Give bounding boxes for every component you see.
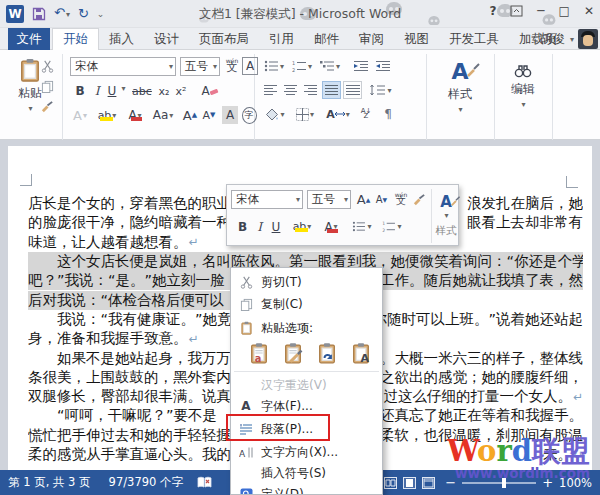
mini-format-painter-icon[interactable] xyxy=(411,190,428,209)
tab-file[interactable]: 文件 xyxy=(8,28,50,50)
mini-bold-icon[interactable]: B xyxy=(235,217,250,236)
align-left-icon[interactable] xyxy=(262,82,280,98)
editing-button[interactable]: 编辑 ▾ xyxy=(500,60,546,112)
mini-phonetic-icon[interactable]: wén文 xyxy=(392,188,410,210)
bold-icon[interactable]: B xyxy=(72,82,88,100)
strikethrough-icon[interactable]: abc xyxy=(130,82,154,100)
sort-icon[interactable]: A↓Z xyxy=(356,106,376,122)
character-shading-icon[interactable]: A xyxy=(222,106,238,124)
mini-styles-button[interactable]: A ▾ xyxy=(433,189,459,223)
grow-font-icon[interactable]: A▲ xyxy=(181,106,199,124)
user-menu-chevron-icon[interactable]: ▾ xyxy=(570,35,574,44)
justify-icon[interactable] xyxy=(322,81,341,99)
tab-insert[interactable]: 插入 xyxy=(99,28,144,50)
align-right-icon[interactable] xyxy=(302,82,320,98)
svg-text:1: 1 xyxy=(383,221,386,226)
paste-icon xyxy=(231,321,261,335)
svg-text:2: 2 xyxy=(383,228,386,232)
line-spacing-icon[interactable]: ▾ xyxy=(368,82,394,98)
styles-button[interactable]: A 样式 ▾ xyxy=(434,60,486,112)
menu-item-copy[interactable]: 复制(C) xyxy=(231,293,382,315)
text-direction-icon: A xyxy=(231,446,261,459)
cut-icon[interactable] xyxy=(38,58,56,74)
paste-keep-source-icon[interactable]: a xyxy=(245,339,273,367)
enclose-characters-icon[interactable]: 字 xyxy=(240,106,258,124)
shrink-font-icon[interactable]: A▼ xyxy=(200,106,218,124)
phonetic-guide-icon[interactable]: wén 文 xyxy=(224,55,240,77)
menu-item-insert-symbol[interactable]: 插入符号(S) xyxy=(231,463,382,483)
multilevel-list-icon[interactable]: ▾ xyxy=(318,58,342,74)
show-marks-icon[interactable]: ¶ xyxy=(380,106,396,122)
context-menu: 剪切(T) 复制(C) 粘贴选项: a A 汉字重选(V) A 字体(F)...… xyxy=(230,267,383,495)
read-mode-icon[interactable] xyxy=(384,477,397,489)
font-name-combo[interactable]: 宋体▾ xyxy=(70,57,176,76)
copy-icon[interactable] xyxy=(38,78,56,94)
mini-italic-icon[interactable]: I xyxy=(253,217,266,236)
tab-view[interactable]: 视图 xyxy=(394,28,439,50)
tab-page-layout[interactable]: 页面布局 xyxy=(189,28,259,50)
change-case-icon[interactable]: Aa▾ xyxy=(149,106,177,124)
ribbon-display-options-icon[interactable] xyxy=(510,5,523,17)
tab-home[interactable]: 开始 xyxy=(52,28,99,50)
italic-icon[interactable]: I xyxy=(90,82,104,100)
underline-icon[interactable]: U xyxy=(105,82,119,100)
decrease-indent-icon[interactable] xyxy=(352,58,370,74)
web-layout-icon[interactable] xyxy=(422,477,435,489)
svg-text:A: A xyxy=(239,449,246,459)
tab-developer[interactable]: 开发工具 xyxy=(439,28,509,50)
print-layout-icon[interactable] xyxy=(403,477,416,489)
mini-underline-icon[interactable]: U xyxy=(269,217,283,236)
mini-grow-font-icon[interactable]: A▲ xyxy=(355,190,372,209)
tab-review[interactable]: 审阅 xyxy=(349,28,394,50)
character-border-icon[interactable]: A xyxy=(242,57,258,75)
distribute-icon[interactable] xyxy=(343,81,362,99)
bullets-icon[interactable]: ▾ xyxy=(262,58,286,74)
mini-styles-brush-icon xyxy=(451,196,461,206)
svg-text:2: 2 xyxy=(292,67,295,73)
close-icon[interactable]: ✕ xyxy=(584,4,594,18)
tab-mailings[interactable]: 邮件 xyxy=(304,28,349,50)
word-count[interactable]: 97/3790 个字 xyxy=(109,475,183,490)
increase-indent-icon[interactable] xyxy=(374,58,392,74)
mini-numbering-icon[interactable]: 12▾ xyxy=(379,217,405,236)
tab-design[interactable]: 设计 xyxy=(144,28,189,50)
page-indicator[interactable]: 第 1 页, 共 3 页 xyxy=(8,475,91,490)
svg-text:A: A xyxy=(360,352,369,364)
underline-chevron-icon[interactable]: ▾ xyxy=(119,84,127,93)
help-icon[interactable]: ? xyxy=(489,4,496,18)
subscript-icon[interactable]: x₂ xyxy=(156,82,172,100)
zoom-slider[interactable] xyxy=(462,482,536,484)
highlight-color-icon[interactable]: ab▾ xyxy=(94,106,120,124)
paste-link-icon[interactable] xyxy=(313,339,341,367)
mini-shrink-font-icon[interactable]: A▼ xyxy=(373,190,390,209)
mini-font-color-icon[interactable]: A▾ xyxy=(319,217,343,236)
mini-font-name-combo[interactable]: 宋体▾ xyxy=(231,190,303,209)
font-size-combo[interactable]: 五号▾ xyxy=(180,57,220,76)
menu-item-text-direction[interactable]: A 文字方向(X)... xyxy=(231,441,382,463)
menu-item-define[interactable]: 定义(D) xyxy=(231,483,382,495)
text-effects-icon[interactable]: A▾ xyxy=(70,106,90,124)
mini-highlight-icon[interactable]: ab▾ xyxy=(289,217,315,236)
superscript-icon[interactable]: x² xyxy=(173,82,189,100)
format-painter-icon[interactable] xyxy=(38,98,56,114)
mini-bullets-icon[interactable]: ▾ xyxy=(349,217,375,236)
font-color-icon[interactable]: A▾ xyxy=(123,106,147,124)
maximize-icon[interactable]: □ xyxy=(559,4,570,18)
asian-layout-icon[interactable]: A ▾ xyxy=(324,106,352,122)
paste-merge-formatting-icon[interactable] xyxy=(279,339,307,367)
mini-font-size-combo[interactable]: 五号▾ xyxy=(307,190,351,209)
watermark-logo: Word联盟 xyxy=(447,437,590,466)
align-center-icon[interactable] xyxy=(282,82,300,98)
shading-icon[interactable]: ▾ xyxy=(262,106,288,122)
clear-formatting-icon[interactable]: A xyxy=(200,82,220,100)
user-avatar[interactable] xyxy=(578,29,598,49)
proofing-icon[interactable] xyxy=(197,476,212,489)
paste-text-only-icon[interactable]: A xyxy=(347,339,375,367)
user-name[interactable]: 胡俊 xyxy=(540,31,565,48)
minimize-icon[interactable]: ─ xyxy=(537,4,544,18)
tab-references[interactable]: 引用 xyxy=(259,28,304,50)
numbering-icon[interactable]: 12▾ xyxy=(290,58,314,74)
borders-icon[interactable]: ▾ xyxy=(292,106,318,122)
menu-item-cut[interactable]: 剪切(T) xyxy=(231,271,382,293)
watermark-url: www.wordlm.com xyxy=(447,467,590,481)
